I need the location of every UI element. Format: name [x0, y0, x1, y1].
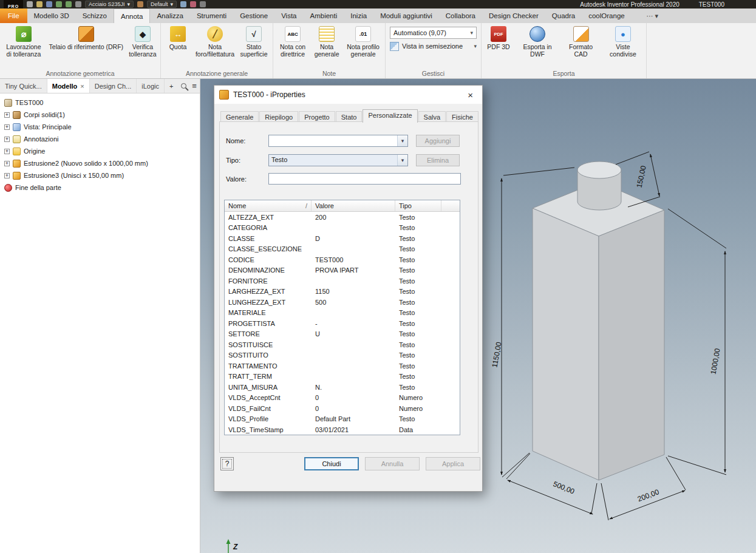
- table-row[interactable]: FORNITORE Testo: [225, 276, 460, 287]
- ribbon-tab[interactable]: Modello 3D: [27, 8, 76, 23]
- table-row[interactable]: DENOMINAZIONE PROVA IPART Testo: [225, 265, 460, 276]
- table-row[interactable]: MATERIALE Testo: [225, 308, 460, 319]
- table-row[interactable]: CATEGORIA Testo: [225, 223, 460, 234]
- aggiungi-button[interactable]: Aggiungi: [416, 135, 460, 147]
- chiudi-button[interactable]: Chiudi: [304, 457, 359, 470]
- nome-input[interactable]: [269, 135, 397, 146]
- tree-item[interactable]: + Corpi solidi(1): [0, 109, 200, 121]
- ribbon-tab[interactable]: Quadra: [545, 8, 582, 23]
- expander-icon[interactable]: +: [4, 124, 10, 130]
- column-header-nome[interactable]: Nome /: [225, 200, 312, 211]
- table-row[interactable]: TRATT_TERM Testo: [225, 371, 460, 382]
- nota-generale-button[interactable]: Nota generale: [311, 24, 342, 58]
- ribbon-tab[interactable]: Collabora: [439, 8, 482, 23]
- pdf-3d-button[interactable]: PDF PDF 3D: [483, 24, 514, 51]
- expander-icon[interactable]: +: [4, 161, 10, 166]
- search-icon[interactable]: [178, 79, 189, 93]
- ribbon-tab[interactable]: Inizia: [344, 8, 373, 23]
- telaio-riferimento-drf-button[interactable]: Telaio di riferimento (DRF): [46, 24, 126, 51]
- ribbon-tab[interactable]: Moduli aggiuntivi: [373, 8, 439, 23]
- undo-icon[interactable]: [56, 1, 62, 7]
- ribbon-options-button[interactable]: ⋯ ▾: [641, 8, 664, 23]
- add-browser-tab-button[interactable]: +: [165, 79, 178, 93]
- view-axis-indicator[interactable]: Z: [226, 539, 239, 553]
- table-row[interactable]: SETTORE U Testo: [225, 329, 460, 340]
- dimension-label[interactable]: 150,00: [635, 165, 647, 188]
- open-file-icon[interactable]: [36, 1, 43, 7]
- dimension-label[interactable]: 1000,00: [709, 347, 721, 375]
- ribbon-tab[interactable]: Design Checker: [482, 8, 545, 23]
- ribbon-tab[interactable]: Ambienti: [304, 8, 344, 23]
- table-row[interactable]: VLDS_FailCnt 0 Numero: [225, 403, 460, 414]
- redo-icon[interactable]: [66, 1, 72, 7]
- ribbon-tab[interactable]: Vista: [274, 8, 303, 23]
- column-header-tipo[interactable]: Tipo: [395, 200, 441, 211]
- elimina-button[interactable]: Elimina: [416, 154, 460, 166]
- table-row[interactable]: LUNGHEZZA_EXT 500 Testo: [225, 297, 460, 308]
- measure-icon[interactable]: [200, 1, 206, 7]
- dialog-tab[interactable]: Personalizzate: [363, 109, 417, 123]
- table-row[interactable]: TRATTAMENTO Testo: [225, 361, 460, 371]
- stato-superficie-button[interactable]: √ Stato superficie: [236, 24, 271, 58]
- chevron-down-icon[interactable]: ▾: [397, 135, 407, 146]
- box-right-face[interactable]: [599, 210, 664, 480]
- vista-semisezione-button[interactable]: Vista in semisezione ▾: [390, 40, 477, 52]
- dialog-titlebar[interactable]: TEST000 - iProperties ×: [214, 86, 482, 104]
- table-row[interactable]: LARGHEZZA_EXT 1150 Testo: [225, 287, 460, 297]
- table-row[interactable]: CODICE TEST000 Testo: [225, 254, 460, 265]
- dimension-label[interactable]: 500,00: [552, 480, 576, 496]
- nota-con-direttrice-button[interactable]: ABC Nota con direttrice: [274, 24, 311, 58]
- annulla-button[interactable]: Annulla: [365, 457, 420, 470]
- model-box[interactable]: [533, 161, 664, 480]
- ribbon-tab[interactable]: File: [0, 8, 27, 23]
- esporta-in-dwf-button[interactable]: Esporta in DWF: [514, 24, 560, 58]
- table-row[interactable]: VLDS_AcceptCnt 0 Numero: [225, 393, 460, 404]
- new-file-icon[interactable]: [27, 1, 33, 7]
- expander-icon[interactable]: +: [4, 112, 10, 118]
- browser-tab[interactable]: Design Ch...: [90, 79, 137, 93]
- table-row[interactable]: PROGETTISTA - Testo: [225, 318, 460, 329]
- ribbon-tab[interactable]: coolOrange: [582, 8, 631, 23]
- expander-icon[interactable]: +: [4, 137, 10, 142]
- browser-tab[interactable]: Modello ×: [47, 79, 90, 93]
- tipo-combo[interactable]: Testo ▾: [268, 154, 408, 166]
- table-row[interactable]: CLASSE D Testo: [225, 233, 460, 244]
- material-browser-icon[interactable]: [137, 1, 143, 7]
- parameters-icon[interactable]: [190, 1, 196, 7]
- save-icon[interactable]: [46, 1, 52, 7]
- nota-profilo-generale-button[interactable]: .01 Nota profilo generale: [342, 24, 384, 58]
- tree-item[interactable]: + Origine: [0, 145, 200, 157]
- table-row[interactable]: SOSTITUITO Testo: [225, 350, 460, 361]
- browser-menu-icon[interactable]: ≡: [189, 79, 200, 93]
- inventor-app-logo[interactable]: PRO: [4, 0, 23, 8]
- lavorazione-di-tolleranza-button[interactable]: ⌀ Lavorazione di tolleranza: [1, 24, 46, 58]
- close-icon[interactable]: ×: [80, 83, 84, 90]
- table-row[interactable]: ALTEZZA_EXT 200 Testo: [225, 212, 460, 223]
- nome-combo[interactable]: ▾: [268, 135, 408, 147]
- ribbon-tab[interactable]: Analizza: [150, 8, 189, 23]
- tree-item[interactable]: + Annotazioni: [0, 133, 200, 145]
- tree-item[interactable]: + Estrusione2 (Nuovo solido x 1000,00 mm…: [0, 157, 200, 169]
- ribbon-tab[interactable]: Gestione: [233, 8, 274, 23]
- table-row[interactable]: VLDS_Profile Default Part Testo: [225, 414, 460, 425]
- appearance-combo[interactable]: Default ▾: [147, 1, 177, 8]
- browser-tab[interactable]: iLogic: [137, 79, 165, 93]
- tree-item[interactable]: + Estrusione3 (Unisci x 150,00 mm): [0, 169, 200, 182]
- camera-view-combo[interactable]: Automatico (9,07) ▾: [390, 27, 477, 39]
- tree-item[interactable]: + Vista: Principale: [0, 121, 200, 133]
- ribbon-tab[interactable]: Schizzo: [76, 8, 114, 23]
- tree-item[interactable]: TEST000: [0, 97, 200, 109]
- column-header-valore[interactable]: Valore: [312, 200, 395, 211]
- close-icon[interactable]: ×: [463, 90, 477, 100]
- table-row[interactable]: SOSTITUISCE Testo: [225, 339, 460, 350]
- box-left-face[interactable]: [533, 208, 599, 480]
- valore-input[interactable]: [268, 173, 461, 185]
- viste-condivise-button[interactable]: ● Viste condivise: [601, 24, 645, 58]
- tree-item[interactable]: Fine della parte: [0, 182, 200, 194]
- ribbon-tab[interactable]: Annota: [114, 8, 150, 23]
- cylinder-top-face[interactable]: [577, 161, 621, 178]
- table-row[interactable]: CLASSE_ESECUZIONE Testo: [225, 244, 460, 255]
- help-button[interactable]: ?: [220, 457, 234, 470]
- expander-icon[interactable]: +: [4, 149, 10, 154]
- expander-icon[interactable]: +: [4, 173, 10, 178]
